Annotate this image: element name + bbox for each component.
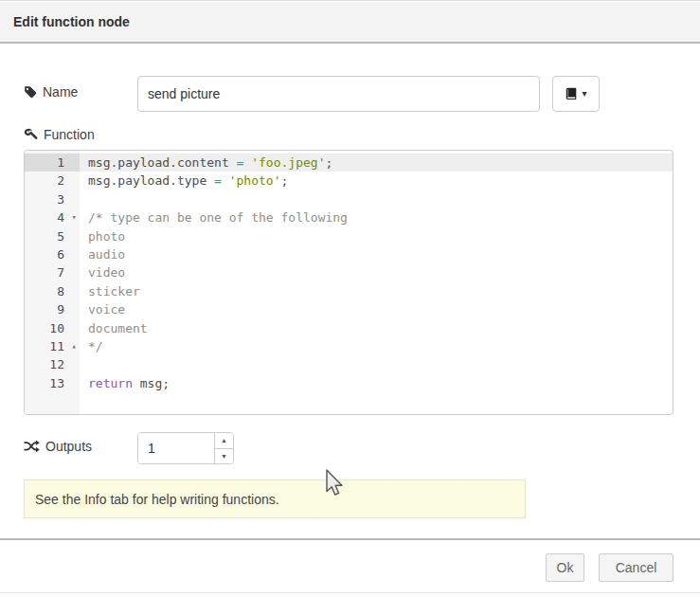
outputs-input[interactable]	[138, 433, 214, 463]
code-line[interactable]: 1msg.payload.content = 'foo.jpeg';	[25, 154, 673, 172]
code-line[interactable]: 5photo	[25, 227, 673, 245]
function-label-text: Function	[44, 127, 95, 142]
tag-icon	[24, 85, 37, 99]
line-number: 3	[25, 190, 80, 208]
library-button[interactable]: ▾	[552, 76, 600, 112]
code-line[interactable]: 3	[25, 190, 673, 208]
line-number: 4▾	[25, 208, 80, 226]
line-number: 1	[25, 154, 80, 172]
mouse-cursor	[325, 469, 348, 503]
name-label: Name	[24, 84, 78, 100]
code-text: video	[80, 263, 125, 281]
footer-divider	[0, 538, 700, 540]
code-text	[80, 190, 88, 208]
line-number: 2	[25, 172, 80, 190]
line-number: 5	[25, 227, 80, 245]
cancel-button[interactable]: Cancel	[599, 553, 673, 582]
code-text: */	[80, 337, 103, 355]
outputs-label-text: Outputs	[45, 439, 92, 454]
code-line[interactable]: 8sticker	[25, 282, 673, 300]
code-text: return msg;	[80, 374, 170, 392]
line-number: 11▴	[25, 337, 80, 355]
wrench-icon	[24, 128, 38, 142]
name-label-text: Name	[43, 84, 78, 100]
code-text: sticker	[80, 282, 140, 300]
code-text: photo	[80, 227, 125, 245]
line-number: 8	[25, 282, 80, 300]
code-line[interactable]: 10document	[25, 319, 673, 337]
fold-widget-icon[interactable]: ▴	[72, 337, 77, 355]
edit-function-dialog: Edit function node Name ▾	[0, 0, 700, 597]
dialog-title: Edit function node	[13, 14, 130, 29]
code-text: msg.payload.type = 'photo';	[80, 172, 288, 190]
code-line[interactable]: 4▾/* type can be one of the following	[25, 208, 673, 226]
line-number: 7	[25, 263, 80, 281]
code-text: voice	[80, 300, 125, 318]
code-text: /* type can be one of the following	[80, 208, 348, 226]
form-tip-text: See the Info tab for help writing functi…	[35, 492, 279, 507]
code-text	[80, 355, 88, 373]
code-line[interactable]: 6audio	[25, 245, 673, 263]
form-tip: See the Info tab for help writing functi…	[24, 479, 526, 518]
code-line[interactable]: 13return msg;	[25, 374, 673, 392]
name-input[interactable]	[137, 76, 540, 112]
code-line[interactable]: 2msg.payload.type = 'photo';	[25, 172, 673, 190]
outputs-label: Outputs	[24, 439, 92, 454]
function-label: Function	[24, 127, 95, 142]
code-line[interactable]: 12	[25, 355, 673, 373]
line-number: 13	[25, 374, 80, 392]
dialog-bottom-edge	[0, 592, 700, 593]
code-line[interactable]: 9voice	[25, 300, 673, 318]
caret-down-icon: ▾	[582, 89, 586, 99]
line-number: 12	[25, 355, 80, 373]
dialog-titlebar: Edit function node	[0, 2, 700, 44]
code-line[interactable]: 7video	[25, 263, 673, 281]
line-number: 6	[25, 245, 80, 263]
code-text: audio	[80, 245, 125, 263]
code-editor[interactable]: 1msg.payload.content = 'foo.jpeg';2msg.p…	[24, 150, 673, 415]
spinner-down-button[interactable]: ▼	[215, 449, 233, 464]
line-number: 10	[25, 319, 80, 337]
line-number: 9	[25, 300, 80, 318]
book-icon	[565, 87, 578, 100]
fold-widget-icon[interactable]: ▾	[72, 208, 77, 226]
shuffle-icon	[24, 440, 40, 453]
code-line[interactable]: 11▴*/	[25, 337, 673, 355]
outputs-spinner: ▲ ▼	[137, 432, 234, 464]
code-text: document	[80, 319, 148, 337]
code-text: msg.payload.content = 'foo.jpeg';	[80, 154, 332, 172]
ok-button[interactable]: Ok	[546, 553, 584, 582]
spinner-up-button[interactable]: ▲	[215, 433, 233, 449]
